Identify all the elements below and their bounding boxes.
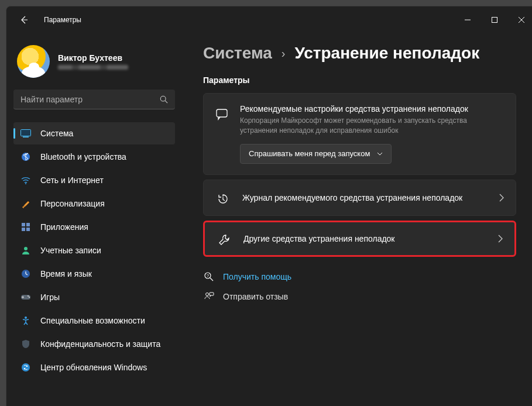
wrench-icon — [217, 232, 232, 247]
sidebar-item-personalization[interactable]: Персонализация — [13, 192, 175, 215]
close-button[interactable] — [508, 11, 532, 29]
bluetooth-icon — [20, 152, 31, 162]
svg-point-5 — [25, 183, 26, 184]
window-title: Параметры — [44, 16, 81, 24]
sidebar-item-system[interactable]: Система — [13, 122, 175, 144]
page-title: Устранение неполадок — [295, 44, 480, 63]
svg-point-13 — [28, 295, 29, 297]
svg-point-16 — [22, 363, 30, 371]
person-icon — [20, 245, 31, 256]
maximize-icon — [492, 17, 497, 23]
breadcrumb: Система › Устранение неполадок — [203, 44, 516, 63]
sidebar-item-label: Время и язык — [40, 269, 92, 278]
svg-rect-0 — [492, 18, 497, 23]
help-icon: ? — [203, 271, 215, 283]
svg-text:?: ? — [207, 274, 209, 278]
user-email-blurred — [58, 65, 128, 70]
svg-rect-6 — [22, 223, 25, 226]
sidebar-item-accounts[interactable]: Учетные записи — [13, 239, 175, 262]
feedback-link[interactable]: Отправить отзыв — [203, 291, 516, 302]
main-content: Система › Устранение неполадок Параметры… — [182, 33, 532, 406]
brush-icon — [20, 198, 31, 209]
chat-icon — [214, 106, 229, 122]
search-icon — [160, 95, 168, 104]
wifi-icon — [20, 175, 31, 185]
user-name: Виктор Бухтеев — [58, 53, 128, 63]
history-title: Журнал рекомендуемого средства устранени… — [242, 193, 488, 202]
sidebar-item-label: Специальные возможности — [40, 316, 145, 325]
link-label: Получить помощь — [223, 272, 291, 281]
app-body: Виктор Бухтеев Система Bluetooth и устро… — [6, 33, 532, 406]
avatar — [17, 45, 50, 78]
search-box[interactable] — [13, 90, 175, 109]
sidebar-item-bluetooth[interactable]: Bluetooth и устройства — [13, 146, 175, 168]
update-icon — [20, 362, 31, 373]
back-button[interactable] — [15, 11, 33, 29]
sidebar-item-update[interactable]: Центр обновления Windows — [13, 356, 175, 379]
sidebar-item-time[interactable]: Время и язык — [13, 263, 175, 285]
gamepad-icon — [20, 292, 31, 302]
sidebar-item-accessibility[interactable]: Специальные возможности — [13, 309, 175, 332]
svg-rect-21 — [210, 293, 214, 295]
section-label: Параметры — [203, 75, 516, 85]
svg-point-15 — [25, 316, 27, 319]
sidebar-item-label: Конфиденциальность и защита — [40, 339, 160, 349]
recommended-dropdown[interactable]: Спрашивать меня перед запуском — [240, 144, 392, 164]
recommended-card: Рекомендуемые настройки средства устране… — [203, 93, 516, 175]
chevron-right-icon: › — [282, 47, 286, 60]
sidebar-item-network[interactable]: Сеть и Интернет — [13, 169, 175, 191]
sidebar-item-label: Центр обновления Windows — [40, 363, 147, 372]
history-row[interactable]: Журнал рекомендуемого средства устранени… — [203, 180, 516, 216]
svg-rect-2 — [21, 130, 31, 136]
svg-rect-17 — [217, 109, 227, 117]
feedback-icon — [203, 291, 215, 302]
svg-rect-7 — [26, 223, 30, 226]
svg-point-1 — [160, 96, 166, 101]
user-profile[interactable]: Виктор Бухтеев — [13, 42, 175, 87]
svg-rect-9 — [26, 228, 30, 231]
svg-point-10 — [24, 247, 28, 250]
accessibility-icon — [20, 315, 31, 326]
apps-icon — [20, 222, 31, 232]
sidebar-item-label: Приложения — [40, 222, 88, 232]
arrow-left-icon — [19, 15, 29, 25]
get-help-link[interactable]: ? Получить помощь — [203, 271, 516, 283]
help-links: ? Получить помощь Отправить отзыв — [203, 271, 516, 302]
sidebar: Виктор Бухтеев Система Bluetooth и устро… — [6, 33, 182, 406]
svg-point-14 — [29, 297, 30, 298]
svg-rect-3 — [23, 137, 29, 138]
sidebar-item-apps[interactable]: Приложения — [13, 216, 175, 238]
chevron-right-icon — [499, 194, 504, 202]
other-troubleshooters-row[interactable]: Другие средства устранения неполадок — [203, 221, 516, 257]
recommended-title: Рекомендуемые настройки средства устране… — [240, 104, 505, 113]
titlebar: Параметры — [6, 6, 532, 33]
dropdown-value: Спрашивать меня перед запуском — [249, 149, 370, 158]
svg-point-20 — [206, 293, 209, 295]
chevron-right-icon — [498, 235, 503, 243]
sidebar-item-privacy[interactable]: Конфиденциальность и защита — [13, 333, 175, 355]
recommended-desc: Корпорация Майкрософт может рекомендоват… — [240, 116, 505, 136]
window-controls — [454, 11, 532, 29]
history-icon — [215, 191, 231, 207]
settings-window: Параметры Виктор Бухтеев — [6, 6, 532, 406]
sidebar-item-gaming[interactable]: Игры — [13, 286, 175, 308]
sidebar-item-label: Bluetooth и устройства — [40, 152, 126, 161]
link-label: Отправить отзыв — [223, 292, 288, 301]
minimize-button[interactable] — [454, 11, 481, 29]
sidebar-item-label: Учетные записи — [40, 246, 101, 255]
maximize-button[interactable] — [481, 11, 508, 29]
clock-icon — [20, 269, 31, 279]
breadcrumb-parent[interactable]: Система — [203, 44, 272, 63]
other-title: Другие средства устранения неполадок — [243, 234, 486, 243]
sidebar-item-label: Система — [40, 129, 73, 138]
nav: Система Bluetooth и устройства Сеть и Ин… — [13, 122, 175, 379]
search-input[interactable] — [20, 95, 160, 104]
close-icon — [519, 17, 524, 23]
sidebar-item-label: Сеть и Интернет — [40, 176, 104, 185]
sidebar-item-label: Персонализация — [40, 199, 105, 208]
svg-rect-8 — [22, 228, 25, 231]
chevron-down-icon — [377, 152, 383, 156]
sidebar-item-label: Игры — [40, 293, 60, 302]
shield-icon — [20, 339, 31, 349]
minimize-icon — [465, 17, 471, 23]
